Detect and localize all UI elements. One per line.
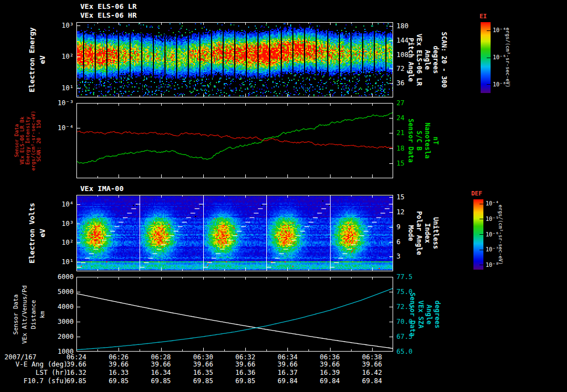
ima-ytick-label: 10² [61,239,74,246]
ima-right-axis-label-line-0: Mode [408,225,414,241]
ima-panel-title: VEx IMA-00 [80,185,123,192]
time-tick-label: 06:38 [362,354,382,360]
bfield-right-tick-label: 15 [396,160,404,167]
bfield-right-axis-label-line-0: Sensor Data [408,118,414,162]
ima-colorbar-unit-label: ergs/(cm²-sr-sec-eV) [498,204,503,264]
intensity-bfield-line-panel [76,103,393,178]
ephemeris-row-value: 69.84 [362,378,382,384]
ephemeris-row-value: 69.85 [66,378,86,384]
ephemeris-row-value: 16.39 [320,369,340,376]
els-right-axis-label-line-0: Pitch Angle [408,38,414,81]
alt-left-tick-label: 2000 [58,333,74,340]
time-tick-label: 06:24 [66,354,86,360]
ephemeris-row-value: 69.85 [109,378,128,384]
els-right-tick-label: 36 [396,80,404,86]
ephemeris-row-value: 39.66 [193,361,213,368]
vex-quicklook-plot-window: VEx ELS-06 LR VEx ELS-06 HR VEx IMA-00 E… [0,0,567,392]
bfield-right-tick-label: 24 [396,115,404,121]
altitude-sza-line-panel [76,277,393,352]
alt-left-tick-label: 4000 [58,303,74,310]
ephemeris-row-value: 39.66 [109,361,128,368]
ima-right-axis-label-line-1: Polar Angle [416,211,422,255]
bfield-right-axis-label-line-1: S/C B [416,131,422,151]
ephemeris-row-value: 16.36 [235,369,255,376]
ephemeris-row-value: 16.35 [193,369,213,376]
ima-colorbar-tick-label: 10⁻⁵ [486,216,499,222]
alt-left-axis-label-line-2: Distance [30,300,37,329]
ima-right-tick-label: 3 [396,253,400,260]
ephemeris-row-value: 69.85 [151,378,171,384]
ephemeris-row-value: 39.66 [277,361,297,368]
ima-right-tick-label: 12 [396,209,404,215]
ephemeris-row-value: 39.66 [66,361,86,368]
alt-left-axis-label-line-3: km [39,311,45,318]
time-tick-label: 06:32 [235,354,255,360]
ima-right-axis-label-line-3: Unitless [432,217,439,249]
ephemeris-row-value: 16.37 [277,369,297,376]
alt-left-tick-label: 6000 [58,274,74,280]
els-ytick-label: 10³ [61,22,74,29]
time-tick-label: 06:36 [320,354,340,360]
els-colorbar-title: EI [480,13,487,19]
ima-spectrogram-panel [76,195,393,271]
ephemeris-row-value: 39.66 [151,361,171,368]
ima-right-axis-label-line-2: Index [424,223,431,243]
bfield-right-tick-label: 21 [396,130,404,136]
bk-left-axis-label-line-2: Energy Intensity [25,117,30,165]
els-right-tick-label: 180 [396,23,409,29]
els-colorbar-tick-label: 10⁻⁴ [493,28,506,33]
time-tick-label: 06:34 [277,354,297,360]
els-right-axis-label-line-2: Angle [424,50,431,70]
alt-left-axis-label-line-0: Sensor Data [13,294,19,334]
ephemeris-row-label: LST (hr) [35,369,68,376]
els-y-axis-units: eV [39,55,46,64]
sza-right-tick-label: 65.0 [396,348,413,355]
ephemeris-row-value: 16.42 [362,369,382,376]
bk-left-axis-label-line-4: SCAN: 20 - 150 [37,120,42,162]
els-ytick-label: 10¹ [61,85,74,91]
ephemeris-row-value: 69.85 [193,378,213,384]
els-spectrogram-panel [76,22,393,97]
ima-colorbar-tick-label: 10⁻⁷ [486,247,499,252]
els-right-axis-label-line-4: SCAN: 20 - 300 [441,32,447,87]
bk-left-tick-label: 10⁻³ [58,100,74,106]
bfield-right-tick-label: 27 [396,100,404,106]
els-colorbar-tick-label: 10⁻⁶ [493,55,506,60]
els-colorbar [481,22,491,93]
ima-ytick-label: 10³ [61,220,74,227]
ima-right-tick-label: 15 [396,194,404,200]
date-label: 2007/167 [4,354,37,360]
els-ytick-label: 10² [61,53,74,60]
ephemeris-row-value: 16.34 [151,369,171,376]
ima-right-tick-label: 9 [396,224,400,230]
ima-colorbar [473,199,483,270]
sza-right-axis-label-line-3: degrees [434,300,441,328]
page-title-els-lr: VEx ELS-06 LR [80,3,137,10]
bfield-right-tick-label: 18 [396,145,404,152]
bk-left-axis-label-line-0: Sensor Data [14,124,19,157]
els-right-tick-label: 72 [396,65,404,72]
ephemeris-row-value: 69.85 [235,378,255,384]
sza-right-tick-label: 77.5 [396,274,413,280]
ephemeris-row-value: 39.66 [320,361,340,368]
ima-y-axis-units: eV [39,229,46,238]
bfield-right-axis-label-line-3: nT [432,137,439,145]
ima-y-axis-label: Electron Volts [28,203,35,264]
ima-colorbar-tick-label: 10⁻⁶ [486,232,499,238]
time-tick-label: 06:26 [109,354,128,360]
time-tick-label: 06:30 [193,354,213,360]
ima-ytick-label: 10⁴ [61,201,74,208]
sza-right-axis-label-line-2: Angle [426,304,432,324]
alt-left-tick-label: 5000 [58,288,74,295]
ima-right-tick-label: 6 [396,239,400,245]
bfield-right-axis-label-line-2: Nanotesla [424,122,431,158]
els-right-axis-label-line-3: degrees [432,46,439,74]
bk-left-tick-label: 10⁻⁴ [58,125,74,131]
sza-right-axis-label-line-1: VEx SZA [417,300,424,328]
els-colorbar-tick-label: 10⁻⁸ [493,82,506,87]
ima-ytick-label: 10¹ [61,259,74,265]
ephemeris-row-value: 39.66 [235,361,255,368]
ephemeris-row-value: 16.33 [109,369,128,376]
sza-right-axis-label-line-0: Sensor Data [409,292,416,336]
ima-colorbar-title: DEF [471,190,482,197]
